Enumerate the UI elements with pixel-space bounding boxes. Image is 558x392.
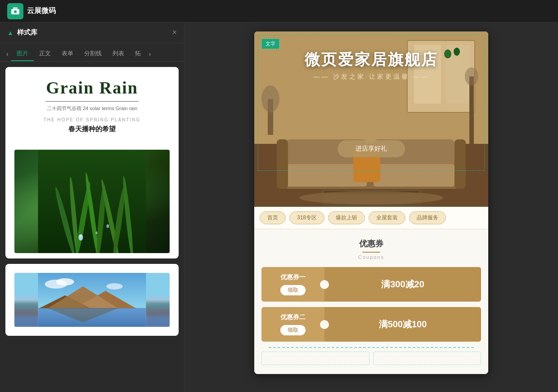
svg-point-2 xyxy=(14,10,17,13)
svg-rect-45 xyxy=(454,139,466,189)
triangle-icon: ▲ xyxy=(7,29,14,36)
logo-area: 云展微码 xyxy=(7,3,56,19)
tab-divider[interactable]: 分割线 xyxy=(79,47,107,61)
template-card-landscape[interactable] xyxy=(5,264,179,336)
card-content-grain-rain: Grain Rain 二十四节气谷雨 24 solar terms Grain … xyxy=(5,67,179,144)
coupons-title: 优惠券 xyxy=(261,238,481,249)
topbar: 云展微码 xyxy=(0,0,558,22)
coupons-subtitle: Coupons xyxy=(261,254,481,260)
coupon-left-2: 优惠券二 领取 xyxy=(261,307,324,342)
coupon-name-1: 优惠券一 xyxy=(280,273,306,281)
svg-point-14 xyxy=(107,224,109,228)
app-name: 云展微码 xyxy=(27,6,56,16)
grain-rain-en-label: THE HOPE OF SPRING PLANTING xyxy=(14,117,170,122)
landscape-image xyxy=(14,273,170,327)
coupons-divider xyxy=(362,252,380,253)
svg-point-35 xyxy=(261,85,279,112)
hero-section: 文字 微页爱家居旗舰店 —— 沙发之家 让家更温馨 —— 进店享好礼 xyxy=(254,31,488,207)
tab-image[interactable]: 图片 xyxy=(11,47,34,61)
main-layout: ▲ 样式库 × ‹ 图片 正文 表单 分割线 列表 拓 › Grain Rain… xyxy=(0,22,558,392)
tab-form[interactable]: 表单 xyxy=(56,47,79,61)
svg-rect-44 xyxy=(277,139,288,189)
svg-rect-42 xyxy=(374,164,454,187)
text-badge: 文字 xyxy=(261,39,279,49)
nav-tab-brand[interactable]: 品牌服务 xyxy=(409,211,446,224)
cards-container: Grain Rain 二十四节气谷雨 24 solar terms Grain … xyxy=(0,62,184,392)
svg-point-15 xyxy=(96,232,98,234)
coupon-card-2: 优惠券二 领取 满500减100 xyxy=(261,307,481,342)
tab-list[interactable]: 列表 xyxy=(107,47,130,61)
nav-prev-button[interactable]: ‹ xyxy=(4,49,11,59)
nav-tab-fullset[interactable]: 全屋套装 xyxy=(369,211,405,224)
panel-title-text: 样式库 xyxy=(17,28,37,37)
nav-tab-popular[interactable]: 爆款上斩 xyxy=(328,211,365,224)
logo-icon xyxy=(7,3,23,19)
grain-rain-title: Grain Rain xyxy=(14,78,170,98)
grain-rain-image xyxy=(14,150,170,253)
svg-point-13 xyxy=(80,235,82,237)
grain-rain-divider xyxy=(45,101,139,102)
hero-main-title: 微页爱家居旗舰店 xyxy=(254,49,488,70)
phone-preview: 文字 微页爱家居旗舰店 —— 沙发之家 让家更温馨 —— 进店享好礼 首页 31… xyxy=(254,31,488,374)
bottom-dashed-line xyxy=(269,347,474,348)
coupon-right-2: 满500减100 xyxy=(324,307,481,342)
nav-tab-318[interactable]: 318专区 xyxy=(289,211,324,224)
svg-rect-1 xyxy=(13,7,18,10)
grain-rain-subtitle: 二十四节气谷雨 24 solar terms Grain rain xyxy=(14,105,170,112)
svg-rect-36 xyxy=(469,76,474,144)
svg-point-19 xyxy=(107,283,123,290)
svg-point-18 xyxy=(56,278,74,285)
coupon-name-2: 优惠券二 xyxy=(280,313,306,321)
coupon-right-1: 满300减20 xyxy=(324,267,481,302)
coupon-amount-2: 满500减100 xyxy=(379,318,427,330)
tab-text[interactable]: 正文 xyxy=(34,47,56,61)
coupon-card-1: 优惠券一 领取 满300减20 xyxy=(261,267,481,302)
coupons-section: 优惠券 Coupons 优惠券一 领取 满300减20 优惠券二 xyxy=(254,229,488,374)
tab-extra[interactable]: 拓 xyxy=(130,47,146,61)
right-panel: 文字 微页爱家居旗舰店 —— 沙发之家 让家更温馨 —— 进店享好礼 首页 31… xyxy=(184,22,558,392)
nav-tab-home[interactable]: 首页 xyxy=(260,211,286,224)
nav-tabs: 首页 318专区 爆款上斩 全屋套装 品牌服务 xyxy=(254,207,488,229)
tab-nav: ‹ 图片 正文 表单 分割线 列表 拓 › xyxy=(0,43,184,62)
panel-header: ▲ 样式库 × xyxy=(0,22,184,43)
grain-rain-cn-label: 春天播种的希望 xyxy=(14,125,170,134)
coupon-left-1: 优惠券一 领取 xyxy=(261,267,324,302)
coupon-btn-2[interactable]: 领取 xyxy=(280,325,306,335)
coupon-btn-1[interactable]: 领取 xyxy=(280,285,306,295)
panel-title: ▲ 样式库 xyxy=(7,28,37,37)
nav-next-button[interactable]: › xyxy=(146,49,154,59)
close-button[interactable]: × xyxy=(172,28,177,37)
hero-cta-button[interactable]: 进店享好礼 xyxy=(338,140,405,157)
coupon-amount-1: 满300减20 xyxy=(381,278,424,290)
hero-subtitle: —— 沙发之家 让家更温馨 —— xyxy=(254,73,488,81)
svg-point-48 xyxy=(299,191,443,205)
left-panel: ▲ 样式库 × ‹ 图片 正文 表单 分割线 列表 拓 › Grain Rain… xyxy=(0,22,184,392)
template-card-grain-rain[interactable]: Grain Rain 二十四节气谷雨 24 solar terms Grain … xyxy=(5,67,179,258)
